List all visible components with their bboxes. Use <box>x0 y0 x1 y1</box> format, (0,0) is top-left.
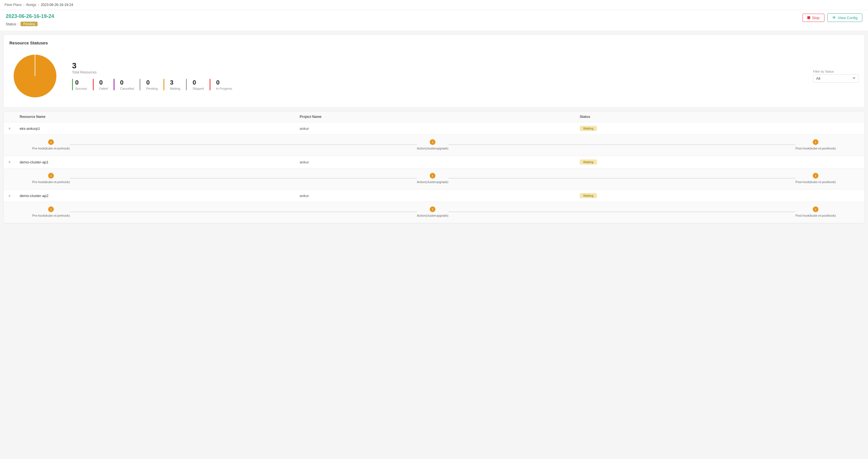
step-circle-2-2: i <box>813 207 818 212</box>
filter-select[interactable]: All <box>813 74 859 83</box>
breadcrumb-fleet-plans[interactable]: Fleet Plans <box>5 3 22 7</box>
status-badge: Pending <box>21 22 38 26</box>
status-cell-0: Waiting <box>580 126 860 131</box>
resource-steps-1: i Pre-hook(kube-nt-prehook) i Action(clu… <box>4 168 864 189</box>
view-config-button[interactable]: 👁 View Config <box>827 13 862 22</box>
step-label-1-2: Post-hook(kube-nt-posthook) <box>795 180 836 184</box>
resource-statuses-section: Resource Statuses 3 Total Resources 0 Su… <box>3 34 865 108</box>
resource-statuses-title: Resource Statuses <box>9 40 859 45</box>
resource-row-main-0: ∧ eks-ankurp1 ankur Waiting <box>4 122 864 134</box>
stat-label-6: In Progress <box>216 87 232 90</box>
col-resource-name: Resource Name <box>20 115 300 119</box>
resources-table: Resource Name Project Name Status ∧ eks-… <box>3 111 865 223</box>
status-cell-2: Waiting <box>580 193 860 198</box>
breadcrumb: Fleet Plans › fleetgs › 2023-06-26-16-19… <box>0 0 868 10</box>
project-name-0: ankur <box>300 126 580 131</box>
resource-name-1: demo-cluster-ap1 <box>20 160 300 164</box>
resource-steps-2: i Pre-hook(kube-nt-prehook) i Action(clu… <box>4 202 864 223</box>
table-row: ∧ demo-cluster-ap2 ankur Waiting i Pre-h… <box>4 190 864 223</box>
step-node-1-1: i Action(clusterupgrade) <box>417 173 448 184</box>
eye-icon: 👁 <box>832 16 836 20</box>
waiting-badge-2: Waiting <box>580 193 597 198</box>
pie-chart-container <box>9 51 61 102</box>
stop-button[interactable]: Stop <box>803 14 825 22</box>
stat-number-3: 0 <box>146 79 157 86</box>
step-label-0-2: Post-hook(kube-nt-posthook) <box>795 147 836 150</box>
col-expand <box>8 115 20 119</box>
col-status: Status <box>580 115 860 119</box>
step-label-1-0: Pre-hook(kube-nt-prehook) <box>32 180 70 184</box>
header-actions: Stop 👁 View Config <box>803 13 862 22</box>
breadcrumb-fleetgs[interactable]: fleetgs <box>26 3 36 7</box>
step-label-2-0: Pre-hook(kube-nt-prehook) <box>32 214 70 217</box>
stat-number-2: 0 <box>120 79 134 86</box>
resource-name-0: eks-ankurp1 <box>20 126 300 131</box>
step-label-0-0: Pre-hook(kube-nt-prehook) <box>32 147 70 150</box>
step-node-1-2: i Post-hook(kube-nt-posthook) <box>795 173 836 184</box>
stat-number-6: 0 <box>216 79 232 86</box>
stat-item-in-progress: 0 In Progress <box>210 79 238 90</box>
table-row: ∧ demo-cluster-ap1 ankur Waiting i Pre-h… <box>4 156 864 190</box>
resource-row-main-1: ∧ demo-cluster-ap1 ankur Waiting <box>4 156 864 168</box>
status-label: Status : <box>6 22 18 26</box>
page-header: 2023-06-26-16-19-24 Status : Pending Sto… <box>0 10 868 31</box>
step-line-0-1 <box>448 144 795 145</box>
step-node-2-1: i Action(clusterupgrade) <box>417 207 448 217</box>
waiting-badge-1: Waiting <box>580 159 597 164</box>
step-line-2-0 <box>70 212 417 212</box>
step-line-1-0 <box>70 178 417 179</box>
stat-item-success: 0 Success <box>72 79 93 90</box>
breadcrumb-sep-2: › <box>38 3 39 7</box>
breadcrumb-sep-1: › <box>23 3 25 7</box>
step-circle-1-0: i <box>48 173 54 179</box>
chevron-icon-1[interactable]: ∧ <box>8 160 20 164</box>
step-label-2-1: Action(clusterupgrade) <box>417 214 448 217</box>
resource-row-main-2: ∧ demo-cluster-ap2 ankur Waiting <box>4 190 864 202</box>
stat-label-2: Cancelled <box>120 87 134 90</box>
chevron-icon-2[interactable]: ∧ <box>8 194 20 197</box>
stat-number-1: 0 <box>99 79 108 86</box>
step-circle-1-2: i <box>813 173 818 179</box>
col-project-name: Project Name <box>300 115 580 119</box>
stat-number-4: 3 <box>170 79 180 86</box>
step-circle-0-0: i <box>48 139 54 145</box>
resource-steps-0: i Pre-hook(kube-nt-prehook) i Action(clu… <box>4 134 864 156</box>
total-label: Total Resources <box>72 70 802 74</box>
stat-item-skipped: 0 Skipped <box>186 79 210 90</box>
stop-icon <box>807 16 810 19</box>
step-node-0-0: i Pre-hook(kube-nt-prehook) <box>32 139 70 150</box>
stat-item-waiting: 3 Waiting <box>163 79 186 90</box>
stat-number-5: 0 <box>192 79 204 86</box>
step-node-0-1: i Action(clusterupgrade) <box>417 139 448 150</box>
stat-item-failed: 0 Failed <box>93 79 114 90</box>
header-left: 2023-06-26-16-19-24 Status : Pending <box>6 13 54 26</box>
steps-flow-1: i Pre-hook(kube-nt-prehook) i Action(clu… <box>15 173 853 184</box>
table-row: ∧ eks-ankurp1 ankur Waiting i Pre-hook(k… <box>4 122 864 156</box>
step-node-1-0: i Pre-hook(kube-nt-prehook) <box>32 173 70 184</box>
table-body: ∧ eks-ankurp1 ankur Waiting i Pre-hook(k… <box>4 122 864 223</box>
status-cell-1: Waiting <box>580 159 860 164</box>
step-node-2-0: i Pre-hook(kube-nt-prehook) <box>32 207 70 217</box>
step-circle-2-0: i <box>48 207 54 212</box>
step-line-1-1 <box>448 178 795 179</box>
stats-grid: 0 Success 0 Failed 0 Cancelled 0 Pending… <box>72 79 802 90</box>
step-circle-2-1: i <box>430 207 435 212</box>
stat-item-cancelled: 0 Cancelled <box>114 79 140 90</box>
steps-flow-2: i Pre-hook(kube-nt-prehook) i Action(clu… <box>15 207 853 217</box>
resource-name-2: demo-cluster-ap2 <box>20 194 300 198</box>
project-name-1: ankur <box>300 160 580 164</box>
total-number: 3 <box>72 62 802 70</box>
step-circle-1-1: i <box>430 173 435 179</box>
stat-label-4: Waiting <box>170 87 180 90</box>
stop-button-label: Stop <box>812 16 819 20</box>
step-label-0-1: Action(clusterupgrade) <box>417 147 448 150</box>
step-circle-0-2: i <box>813 139 818 145</box>
project-name-2: ankur <box>300 194 580 198</box>
stat-item-pending: 0 Pending <box>140 79 163 90</box>
filter-area: Filter by Status All <box>813 70 859 83</box>
chevron-icon-0[interactable]: ∧ <box>8 126 20 130</box>
step-line-0-0 <box>70 144 417 145</box>
stat-number-0: 0 <box>75 79 87 86</box>
page-title: 2023-06-26-16-19-24 <box>6 13 54 19</box>
table-header: Resource Name Project Name Status <box>4 111 864 122</box>
